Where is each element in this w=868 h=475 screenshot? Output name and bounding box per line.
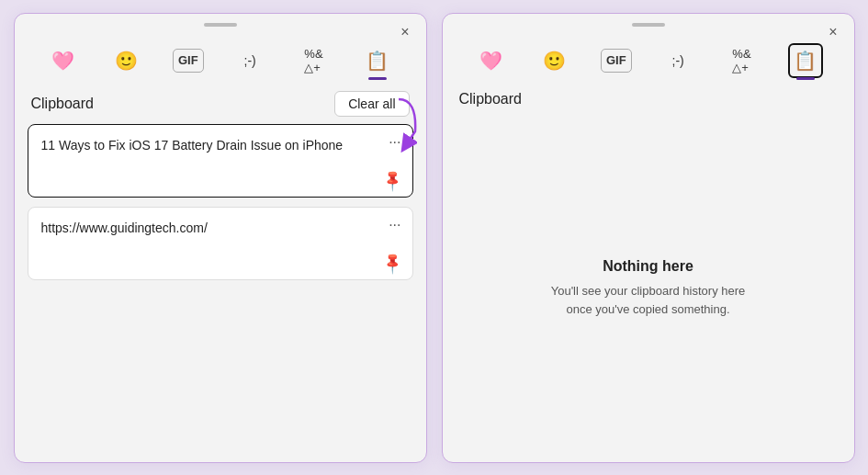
gif-icon[interactable]: GIF [173,49,204,73]
clip-text-2: https://www.guidingtech.com/ [41,219,400,238]
clear-all-button[interactable]: Clear all [334,91,409,117]
toolbar-left: 🩷 🙂 GIF ;-) %&△+ 📋 [15,32,426,78]
symbols-icon-r[interactable]: %&△+ [724,43,759,78]
emoji-smiley-icon-r[interactable]: 🙂 [536,43,571,78]
clipboard-icon-left[interactable]: 📋 [360,43,395,78]
section-title-right: Clipboard [459,91,522,107]
section-header-right: Clipboard [443,78,854,115]
emoji-recent-icon-r[interactable]: 🩷 [473,43,508,78]
left-panel: × 🩷 🙂 GIF ;-) %&△+ 📋 Clipboard Clear all… [14,13,427,463]
toolbar-right: 🩷 🙂 GIF ;-) %&△+ 📋 [443,32,854,78]
symbols-icon[interactable]: %&△+ [296,43,331,78]
empty-subtitle: You'll see your clipboard history here o… [538,282,759,318]
clip-pin-1[interactable]: 📌 [379,167,405,193]
drag-handle-left [204,23,237,27]
kaomoji-icon-r[interactable]: ;-) [660,43,695,78]
clipboard-items: 11 Ways to Fix iOS 17 Battery Drain Issu… [15,124,426,462]
emoji-smiley-icon[interactable]: 🙂 [108,43,143,78]
clipboard-icon-right[interactable]: 📋 [788,43,823,78]
clip-more-1[interactable]: ··· [389,134,400,151]
gif-icon-r[interactable]: GIF [601,49,632,73]
section-header-left: Clipboard Clear all [15,78,426,124]
active-underline-r [796,77,815,80]
right-panel: × 🩷 🙂 GIF ;-) %&△+ 📋 Clipboard Nothing h… [442,13,855,463]
section-title-left: Clipboard [31,96,94,112]
clip-item-2[interactable]: https://www.guidingtech.com/ ··· 📌 [28,207,413,280]
clip-pin-2[interactable]: 📌 [379,250,405,276]
kaomoji-icon[interactable]: ;-) [232,43,267,78]
active-underline [368,77,387,80]
empty-title: Nothing here [603,258,693,275]
drag-handle-right [632,23,665,27]
close-button-left[interactable]: × [397,23,412,41]
clip-item-1[interactable]: 11 Ways to Fix iOS 17 Battery Drain Issu… [28,124,413,198]
clip-more-2[interactable]: ··· [389,217,400,233]
close-button-right[interactable]: × [825,23,840,41]
clip-text-1: 11 Ways to Fix iOS 17 Battery Drain Issu… [41,136,400,155]
empty-state: Nothing here You'll see your clipboard h… [443,115,854,462]
emoji-recent-icon[interactable]: 🩷 [45,43,80,78]
